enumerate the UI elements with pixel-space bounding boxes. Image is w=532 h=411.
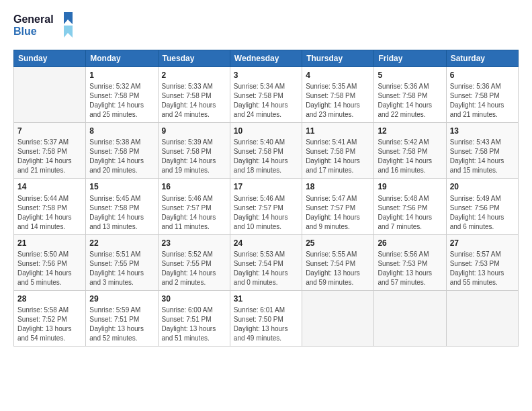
day-cell: 15Sunrise: 5:45 AM Sunset: 7:58 PM Dayli… [86, 179, 158, 234]
col-header-monday: Monday [86, 50, 158, 67]
day-number: 30 [162, 293, 226, 304]
day-number: 18 [306, 181, 370, 192]
day-info: Sunrise: 6:00 AM Sunset: 7:51 PM Dayligh… [162, 306, 226, 343]
day-cell: 4Sunrise: 5:35 AM Sunset: 7:58 PM Daylig… [302, 67, 374, 123]
day-info: Sunrise: 5:36 AM Sunset: 7:58 PM Dayligh… [378, 82, 442, 120]
day-cell: 11Sunrise: 5:41 AM Sunset: 7:58 PM Dayli… [302, 123, 374, 179]
day-cell [14, 67, 86, 123]
day-cell: 24Sunrise: 5:53 AM Sunset: 7:54 PM Dayli… [230, 234, 302, 290]
day-info: Sunrise: 5:41 AM Sunset: 7:58 PM Dayligh… [306, 138, 370, 175]
day-cell: 22Sunrise: 5:51 AM Sunset: 7:55 PM Dayli… [86, 234, 158, 290]
svg-marker-2 [64, 12, 73, 24]
day-cell: 12Sunrise: 5:42 AM Sunset: 7:58 PM Dayli… [374, 123, 446, 179]
day-number: 5 [378, 70, 442, 81]
col-header-wednesday: Wednesday [230, 50, 302, 67]
page-header: General Blue [13, 11, 519, 40]
day-cell: 8Sunrise: 5:38 AM Sunset: 7:58 PM Daylig… [86, 123, 158, 179]
day-number: 8 [89, 126, 154, 136]
day-cell: 29Sunrise: 5:59 AM Sunset: 7:51 PM Dayli… [86, 290, 158, 346]
day-cell: 21Sunrise: 5:50 AM Sunset: 7:56 PM Dayli… [14, 234, 86, 290]
day-cell: 25Sunrise: 5:55 AM Sunset: 7:54 PM Dayli… [302, 234, 374, 290]
day-info: Sunrise: 5:46 AM Sunset: 7:57 PM Dayligh… [162, 194, 226, 232]
day-info: Sunrise: 5:55 AM Sunset: 7:54 PM Dayligh… [306, 250, 370, 287]
day-cell: 27Sunrise: 5:57 AM Sunset: 7:53 PM Dayli… [446, 234, 518, 290]
day-number: 7 [17, 126, 82, 136]
day-number: 24 [234, 238, 298, 248]
day-info: Sunrise: 5:33 AM Sunset: 7:58 PM Dayligh… [162, 82, 226, 120]
calendar-table: SundayMondayTuesdayWednesdayThursdayFrid… [13, 50, 519, 347]
day-info: Sunrise: 5:45 AM Sunset: 7:58 PM Dayligh… [89, 194, 154, 232]
day-info: Sunrise: 5:40 AM Sunset: 7:58 PM Dayligh… [234, 138, 298, 175]
week-row-3: 14Sunrise: 5:44 AM Sunset: 7:58 PM Dayli… [14, 179, 519, 234]
day-cell: 9Sunrise: 5:39 AM Sunset: 7:58 PM Daylig… [158, 123, 230, 179]
day-number: 1 [89, 70, 154, 81]
day-cell: 26Sunrise: 5:56 AM Sunset: 7:53 PM Dayli… [374, 234, 446, 290]
week-row-5: 28Sunrise: 5:58 AM Sunset: 7:52 PM Dayli… [14, 290, 519, 346]
day-number: 28 [17, 293, 82, 304]
day-info: Sunrise: 5:47 AM Sunset: 7:57 PM Dayligh… [306, 194, 370, 232]
day-info: Sunrise: 5:46 AM Sunset: 7:57 PM Dayligh… [234, 194, 298, 232]
day-number: 27 [450, 238, 515, 248]
day-cell: 5Sunrise: 5:36 AM Sunset: 7:58 PM Daylig… [374, 67, 446, 123]
week-row-4: 21Sunrise: 5:50 AM Sunset: 7:56 PM Dayli… [14, 234, 519, 290]
week-row-1: 1Sunrise: 5:32 AM Sunset: 7:58 PM Daylig… [14, 67, 519, 123]
col-header-sunday: Sunday [14, 50, 86, 67]
day-number: 14 [17, 181, 82, 192]
day-info: Sunrise: 5:52 AM Sunset: 7:55 PM Dayligh… [162, 250, 226, 287]
day-number: 4 [306, 70, 370, 81]
day-number: 2 [162, 70, 226, 81]
day-cell: 20Sunrise: 5:49 AM Sunset: 7:56 PM Dayli… [446, 179, 518, 234]
day-number: 12 [378, 126, 442, 136]
day-cell: 2Sunrise: 5:33 AM Sunset: 7:58 PM Daylig… [158, 67, 230, 123]
day-number: 26 [378, 238, 442, 248]
day-number: 3 [234, 70, 298, 81]
day-cell: 3Sunrise: 5:34 AM Sunset: 7:58 PM Daylig… [230, 67, 302, 123]
col-header-thursday: Thursday [302, 50, 374, 67]
day-cell: 14Sunrise: 5:44 AM Sunset: 7:58 PM Dayli… [14, 179, 86, 234]
day-cell: 6Sunrise: 5:36 AM Sunset: 7:58 PM Daylig… [446, 67, 518, 123]
day-number: 10 [234, 126, 298, 136]
day-info: Sunrise: 6:01 AM Sunset: 7:50 PM Dayligh… [234, 306, 298, 343]
logo: General Blue [13, 11, 74, 40]
day-cell: 13Sunrise: 5:43 AM Sunset: 7:58 PM Dayli… [446, 123, 518, 179]
logo-svg: General Blue [13, 11, 74, 40]
day-number: 9 [162, 126, 226, 136]
day-info: Sunrise: 5:53 AM Sunset: 7:54 PM Dayligh… [234, 250, 298, 287]
day-cell [374, 290, 446, 346]
day-cell: 1Sunrise: 5:32 AM Sunset: 7:58 PM Daylig… [86, 67, 158, 123]
day-info: Sunrise: 5:32 AM Sunset: 7:58 PM Dayligh… [89, 82, 154, 120]
day-info: Sunrise: 5:57 AM Sunset: 7:53 PM Dayligh… [450, 250, 515, 287]
svg-marker-3 [64, 26, 73, 38]
day-cell: 17Sunrise: 5:46 AM Sunset: 7:57 PM Dayli… [230, 179, 302, 234]
day-number: 20 [450, 181, 515, 192]
day-cell: 18Sunrise: 5:47 AM Sunset: 7:57 PM Dayli… [302, 179, 374, 234]
day-cell: 10Sunrise: 5:40 AM Sunset: 7:58 PM Dayli… [230, 123, 302, 179]
day-info: Sunrise: 5:39 AM Sunset: 7:58 PM Dayligh… [162, 138, 226, 175]
day-info: Sunrise: 5:43 AM Sunset: 7:58 PM Dayligh… [450, 138, 515, 175]
day-info: Sunrise: 5:35 AM Sunset: 7:58 PM Dayligh… [306, 82, 370, 120]
day-number: 13 [450, 126, 515, 136]
day-cell: 28Sunrise: 5:58 AM Sunset: 7:52 PM Dayli… [14, 290, 86, 346]
day-info: Sunrise: 5:34 AM Sunset: 7:58 PM Dayligh… [234, 82, 298, 120]
day-info: Sunrise: 5:44 AM Sunset: 7:58 PM Dayligh… [17, 194, 82, 232]
day-number: 29 [89, 293, 154, 304]
day-cell: 30Sunrise: 6:00 AM Sunset: 7:51 PM Dayli… [158, 290, 230, 346]
svg-text:General: General [13, 13, 54, 25]
day-cell: 23Sunrise: 5:52 AM Sunset: 7:55 PM Dayli… [158, 234, 230, 290]
day-info: Sunrise: 5:42 AM Sunset: 7:58 PM Dayligh… [378, 138, 442, 175]
day-number: 11 [306, 126, 370, 136]
day-number: 22 [89, 238, 154, 248]
day-number: 23 [162, 238, 226, 248]
day-number: 6 [450, 70, 515, 81]
day-info: Sunrise: 5:58 AM Sunset: 7:52 PM Dayligh… [17, 306, 82, 343]
col-header-friday: Friday [374, 50, 446, 67]
day-number: 19 [378, 181, 442, 192]
day-cell: 7Sunrise: 5:37 AM Sunset: 7:58 PM Daylig… [14, 123, 86, 179]
day-info: Sunrise: 5:56 AM Sunset: 7:53 PM Dayligh… [378, 250, 442, 287]
day-number: 25 [306, 238, 370, 248]
day-cell [302, 290, 374, 346]
day-cell: 16Sunrise: 5:46 AM Sunset: 7:57 PM Dayli… [158, 179, 230, 234]
week-row-2: 7Sunrise: 5:37 AM Sunset: 7:58 PM Daylig… [14, 123, 519, 179]
svg-text:Blue: Blue [13, 26, 37, 37]
day-info: Sunrise: 5:50 AM Sunset: 7:56 PM Dayligh… [17, 250, 82, 287]
